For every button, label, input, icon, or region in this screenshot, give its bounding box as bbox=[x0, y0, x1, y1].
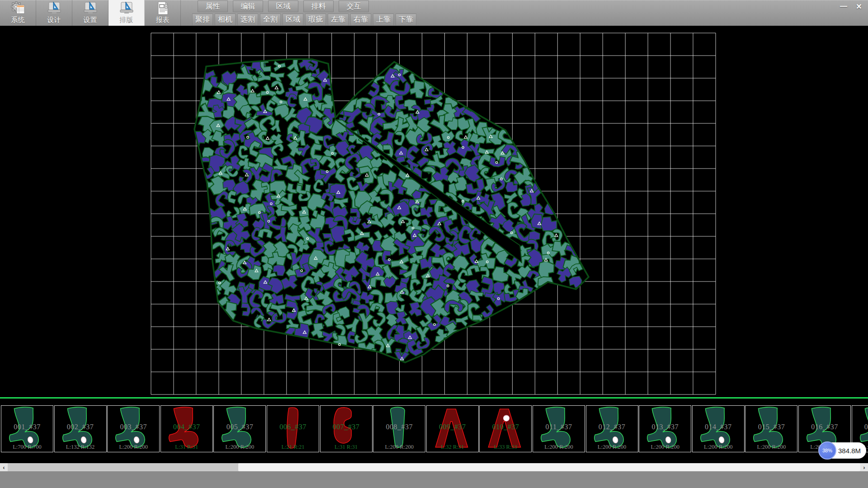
layout-icon bbox=[119, 1, 134, 15]
menu-bar: 属性编辑区域排料交互 bbox=[198, 0, 374, 13]
system-icon bbox=[10, 1, 26, 15]
part-lr-count: L:200 R:200 bbox=[586, 444, 638, 450]
menu-edit[interactable]: 编辑 bbox=[233, 0, 263, 12]
thumbnail-008[interactable]: 008_#37L:200 R:200 bbox=[373, 405, 425, 452]
horizontal-scrollbar[interactable]: ‹ › bbox=[0, 463, 868, 471]
progress-badge: 38% bbox=[818, 441, 836, 460]
tool-region[interactable]: 区域 bbox=[283, 14, 303, 26]
tool-cluster-nest[interactable]: 聚排 bbox=[192, 14, 213, 26]
part-id: 013_#37 bbox=[639, 423, 691, 431]
thumbnail-015[interactable]: 015_#37L:200 R:200 bbox=[745, 405, 797, 452]
part-id: 006_#37 bbox=[267, 423, 319, 431]
tool-select-cut[interactable]: 选割 bbox=[237, 14, 258, 26]
thumbnail-007[interactable]: 007_#37L:31 R:31 bbox=[320, 405, 373, 452]
tab-settings[interactable]: 设置 bbox=[72, 0, 108, 26]
thumbnail-006[interactable]: 006_#37L:21 R:21 bbox=[267, 405, 319, 452]
part-id: 008_#37 bbox=[373, 423, 425, 431]
thumbnail-strip: 001_#37L:700 R:700002_#37L:132 R:132003_… bbox=[0, 399, 868, 463]
tool-camera[interactable]: 相机 bbox=[215, 14, 236, 26]
scrollbar-track[interactable] bbox=[8, 463, 860, 471]
part-id: 010_#37 bbox=[480, 423, 531, 431]
thumbnail-014[interactable]: 014_#37L:200 R:200 bbox=[692, 405, 745, 452]
part-id: 012_#37 bbox=[586, 423, 638, 431]
menu-nesting[interactable]: 排料 bbox=[303, 0, 334, 12]
ribbon: 系统设计设置排版报表 属性编辑区域排料交互 聚排相机选割全割区域瑕疵左靠右靠上靠… bbox=[0, 0, 868, 26]
tool-defect[interactable]: 瑕疵 bbox=[305, 14, 326, 26]
tab-label: 排版 bbox=[120, 16, 133, 24]
tool-snap-bottom[interactable]: 下靠 bbox=[396, 14, 416, 26]
part-id: 016_#37 bbox=[799, 423, 850, 431]
tool-bar: 聚排相机选割全割区域瑕疵左靠右靠上靠下靠 bbox=[192, 14, 418, 26]
part-lr-count: L:200 R:200 bbox=[745, 444, 797, 450]
menu-interaction[interactable]: 交互 bbox=[339, 0, 369, 12]
tool-cut-all[interactable]: 全割 bbox=[260, 14, 281, 26]
part-lr-count: L:200 R:200 bbox=[533, 444, 585, 450]
tool-snap-top[interactable]: 上靠 bbox=[373, 14, 394, 26]
thumbnail-010[interactable]: 010_#37L:33 R:33 bbox=[479, 405, 532, 452]
part-lr-count: L:700 R:700 bbox=[1, 444, 53, 450]
report-icon bbox=[155, 1, 170, 15]
memory-indicator: 38% 384.8M bbox=[819, 442, 866, 459]
close-button[interactable]: ✕ bbox=[852, 1, 866, 12]
thumbnail-001[interactable]: 001_#37L:700 R:700 bbox=[1, 405, 53, 452]
part-id: 002_#37 bbox=[55, 423, 106, 431]
tab-label: 报表 bbox=[156, 16, 170, 24]
scrollbar-thumb[interactable] bbox=[238, 463, 860, 471]
part-lr-count: L:32 R:31 bbox=[427, 444, 478, 450]
part-lr-count: L:200 R:200 bbox=[108, 444, 159, 450]
ribbon-tabs: 系统设计设置排版报表 bbox=[0, 0, 181, 26]
thumbnail-002[interactable]: 002_#37L:132 R:132 bbox=[54, 405, 107, 452]
application-window: 系统设计设置排版报表 属性编辑区域排料交互 聚排相机选割全割区域瑕疵左靠右靠上靠… bbox=[0, 0, 868, 488]
thumbnail-013[interactable]: 013_#37L:200 R:200 bbox=[639, 405, 691, 452]
part-id: 007_#37 bbox=[321, 423, 372, 431]
part-id: 015_#37 bbox=[745, 423, 797, 431]
status-bar bbox=[0, 471, 868, 488]
thumbnail-011[interactable]: 011_#37L:200 R:200 bbox=[533, 405, 585, 452]
tab-layout[interactable]: 排版 bbox=[108, 0, 145, 26]
scroll-right-arrow[interactable]: › bbox=[860, 463, 868, 471]
tab-report[interactable]: 报表 bbox=[145, 0, 181, 26]
thumbnail-005[interactable]: 005_#37L:200 R:200 bbox=[213, 405, 266, 452]
minimize-button[interactable]: — bbox=[836, 1, 851, 12]
menu-region[interactable]: 区域 bbox=[268, 0, 298, 12]
part-lr-count: L:200 R:200 bbox=[373, 444, 425, 450]
tab-label: 系统 bbox=[11, 16, 25, 24]
tab-label: 设置 bbox=[84, 16, 97, 24]
memory-value: 384.8M bbox=[838, 447, 861, 455]
part-lr-count: L:200 R:200 bbox=[639, 444, 691, 450]
thumbnail-003[interactable]: 003_#37L:200 R:200 bbox=[107, 405, 160, 452]
tab-design[interactable]: 设计 bbox=[36, 0, 72, 26]
part-id: 014_#37 bbox=[693, 423, 744, 431]
tab-label: 设计 bbox=[47, 16, 61, 24]
scroll-left-arrow[interactable]: ‹ bbox=[0, 463, 8, 471]
design-icon bbox=[47, 1, 62, 15]
part-lr-count: L:132 R:132 bbox=[55, 444, 106, 450]
part-id: 005_#37 bbox=[214, 423, 265, 431]
part-id: 003_#37 bbox=[108, 423, 159, 431]
tool-snap-left[interactable]: 左靠 bbox=[328, 14, 349, 26]
part-lr-count: L:21 R:21 bbox=[267, 444, 319, 450]
tab-system[interactable]: 系统 bbox=[0, 0, 36, 26]
part-lr-count: L:31 R:31 bbox=[161, 444, 212, 450]
part-lr-count: L:31 R:31 bbox=[321, 444, 372, 450]
part-id: 011_#37 bbox=[533, 423, 585, 431]
menu-properties[interactable]: 属性 bbox=[198, 0, 228, 12]
part-lr-count: L:33 R:33 bbox=[480, 444, 531, 450]
tool-snap-right[interactable]: 右靠 bbox=[350, 14, 371, 26]
part-id: 004_#37 bbox=[161, 423, 212, 431]
part-lr-count: L:200 R:200 bbox=[214, 444, 265, 450]
part-id: 001_#37 bbox=[1, 423, 53, 431]
part-lr-count: L:200 R:200 bbox=[693, 444, 744, 450]
part-id: 017_#37 bbox=[852, 423, 868, 431]
thumbnail-004[interactable]: 004_#37L:31 R:31 bbox=[160, 405, 213, 452]
nesting-canvas[interactable] bbox=[0, 26, 868, 397]
thumbnail-009[interactable]: 009_#37L:32 R:31 bbox=[426, 405, 479, 452]
part-id: 009_#37 bbox=[427, 423, 478, 431]
thumbnail-012[interactable]: 012_#37L:200 R:200 bbox=[586, 405, 638, 452]
window-controls: — ✕ bbox=[836, 1, 866, 12]
settings-icon bbox=[83, 1, 98, 15]
